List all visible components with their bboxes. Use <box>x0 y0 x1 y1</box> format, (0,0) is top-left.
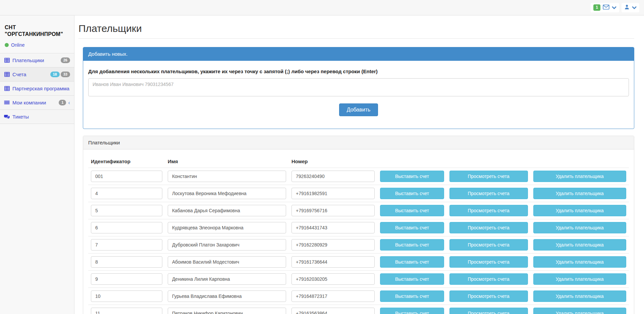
add-panel-body: Для добавления нескольких плательщиков, … <box>83 61 634 129</box>
payers-panel-heading: Плательщики <box>83 136 634 149</box>
payer-name-input[interactable] <box>168 171 286 182</box>
payer-row: Выставить счетПросмотреть счетаУдалить п… <box>88 202 629 219</box>
payer-phone-input[interactable] <box>291 239 375 251</box>
topbar-right-controls: 1 <box>591 3 639 12</box>
payer-id-input[interactable] <box>91 256 162 268</box>
issue-invoice-button[interactable]: Выставить счет <box>380 222 444 233</box>
view-invoices-button[interactable]: Просмотреть счета <box>449 290 528 302</box>
payer-name-input[interactable] <box>168 256 286 268</box>
payer-id-input[interactable] <box>91 308 162 314</box>
issue-invoice-button[interactable]: Выставить счет <box>380 188 444 199</box>
chevron-left-icon: ‹ <box>68 100 70 105</box>
view-invoices-button[interactable]: Просмотреть счета <box>449 273 528 285</box>
sidebar-item-payers[interactable]: Плательщики 26 <box>0 53 74 68</box>
payers-table-header-row: Идентификатор Имя Номер <box>88 154 629 168</box>
user-icon <box>624 4 630 11</box>
payer-name-input[interactable] <box>168 222 286 233</box>
view-invoices-button[interactable]: Просмотреть счета <box>449 222 528 233</box>
payer-phone-input[interactable] <box>291 308 375 314</box>
view-invoices-button[interactable]: Просмотреть счета <box>449 205 528 216</box>
online-dot-icon <box>5 43 9 47</box>
sidebar-item-invoices[interactable]: Счета 18 33 <box>0 68 74 82</box>
delete-payer-button[interactable]: Удалить плательщика <box>533 171 626 182</box>
view-invoices-button[interactable]: Просмотреть счета <box>449 256 528 268</box>
delete-payer-button[interactable]: Удалить плательщика <box>533 256 626 268</box>
issue-invoice-button[interactable]: Выставить счет <box>380 205 444 216</box>
payer-phone-input[interactable] <box>291 273 375 285</box>
chevron-down-icon <box>632 5 637 10</box>
payer-phone-input[interactable] <box>291 256 375 268</box>
table-icon <box>4 86 10 91</box>
payer-phone-input[interactable] <box>291 222 375 233</box>
chevron-down-icon <box>612 5 616 10</box>
delete-payer-button[interactable]: Удалить плательщика <box>533 222 626 233</box>
issue-invoice-button[interactable]: Выставить счет <box>380 308 444 314</box>
delete-payer-button[interactable]: Удалить плательщика <box>533 308 626 314</box>
sidebar-item-my-companies[interactable]: Мои компании 1 ‹ <box>0 96 74 110</box>
payer-row: Выставить счетПросмотреть счетаУдалить п… <box>88 254 629 271</box>
delete-payer-button[interactable]: Удалить плательщика <box>533 290 626 302</box>
column-header-actions-2 <box>447 154 531 168</box>
payer-id-input[interactable] <box>91 290 162 302</box>
column-header-phone: Номер <box>289 154 377 168</box>
payer-name-input[interactable] <box>168 205 286 216</box>
payer-id-input[interactable] <box>91 222 162 233</box>
payer-id-input[interactable] <box>91 171 162 182</box>
issue-invoice-button[interactable]: Выставить счет <box>380 239 444 251</box>
view-invoices-button[interactable]: Просмотреть счета <box>449 308 528 314</box>
view-invoices-button[interactable]: Просмотреть счета <box>449 239 528 251</box>
payer-id-input[interactable] <box>91 273 162 285</box>
column-header-actions-3 <box>531 154 629 168</box>
payer-row: Выставить счетПросмотреть счетаУдалить п… <box>88 288 629 305</box>
sidebar-item-label: Тикеты <box>12 114 70 120</box>
messages-dropdown[interactable]: 1 <box>591 3 619 12</box>
envelope-icon <box>603 4 609 11</box>
add-payers-panel: Добавить новых. Для добавления нескольки… <box>83 47 634 129</box>
view-invoices-button[interactable]: Просмотреть счета <box>449 171 528 182</box>
delete-payer-button[interactable]: Удалить плательщика <box>533 273 626 285</box>
issue-invoice-button[interactable]: Выставить счет <box>380 290 444 302</box>
issue-invoice-button[interactable]: Выставить счет <box>380 256 444 268</box>
column-header-name: Имя <box>165 154 289 168</box>
payer-phone-input[interactable] <box>291 205 375 216</box>
new-payers-input[interactable] <box>88 78 629 96</box>
online-link[interactable]: Online <box>11 42 24 48</box>
count-badge: 33 <box>61 72 70 77</box>
count-badge: 1 <box>59 100 66 105</box>
table-icon <box>4 58 10 63</box>
payer-row: Выставить счетПросмотреть счетаУдалить п… <box>88 219 629 236</box>
payer-name-input[interactable] <box>168 239 286 251</box>
sidebar-item-label: Мои компании <box>12 100 56 105</box>
payer-name-input[interactable] <box>168 290 286 302</box>
sidebar-item-partner-program[interactable]: Партнерская программа <box>0 82 74 96</box>
delete-payer-button[interactable]: Удалить плательщика <box>533 188 626 199</box>
column-header-id: Идентификатор <box>88 154 165 168</box>
payer-row: Выставить счетПросмотреть счетаУдалить п… <box>88 271 629 288</box>
payer-phone-input[interactable] <box>291 188 375 199</box>
sidebar-item-tickets[interactable]: Тикеты <box>0 110 74 124</box>
issue-invoice-button[interactable]: Выставить счет <box>380 171 444 182</box>
issue-invoice-button[interactable]: Выставить счет <box>380 273 444 285</box>
table-icon <box>4 72 10 77</box>
add-panel-heading: Добавить новых. <box>83 47 634 61</box>
user-dropdown[interactable] <box>622 3 639 12</box>
view-invoices-button[interactable]: Просмотреть счета <box>449 188 528 199</box>
payer-id-input[interactable] <box>91 188 162 199</box>
payer-id-input[interactable] <box>91 239 162 251</box>
delete-payer-button[interactable]: Удалить плательщика <box>533 205 626 216</box>
list-icon <box>4 100 10 105</box>
sidebar-item-label: Счета <box>12 72 48 77</box>
sidebar-menu: Плательщики 26 Счета 18 33 Партнерская п… <box>0 53 74 124</box>
add-button-row: Добавить <box>88 103 629 116</box>
payer-phone-input[interactable] <box>291 171 375 182</box>
payers-table: Идентификатор Имя Номер Выставить счетПр… <box>88 154 629 314</box>
payer-name-input[interactable] <box>168 273 286 285</box>
payer-name-input[interactable] <box>168 188 286 199</box>
payer-row: Выставить счетПросмотреть счетаУдалить п… <box>88 236 629 254</box>
payer-phone-input[interactable] <box>291 290 375 302</box>
delete-payer-button[interactable]: Удалить плательщика <box>533 239 626 251</box>
payer-name-input[interactable] <box>168 308 286 314</box>
payer-id-input[interactable] <box>91 205 162 216</box>
add-button[interactable]: Добавить <box>339 103 378 116</box>
page-header: Плательщики <box>78 15 634 39</box>
